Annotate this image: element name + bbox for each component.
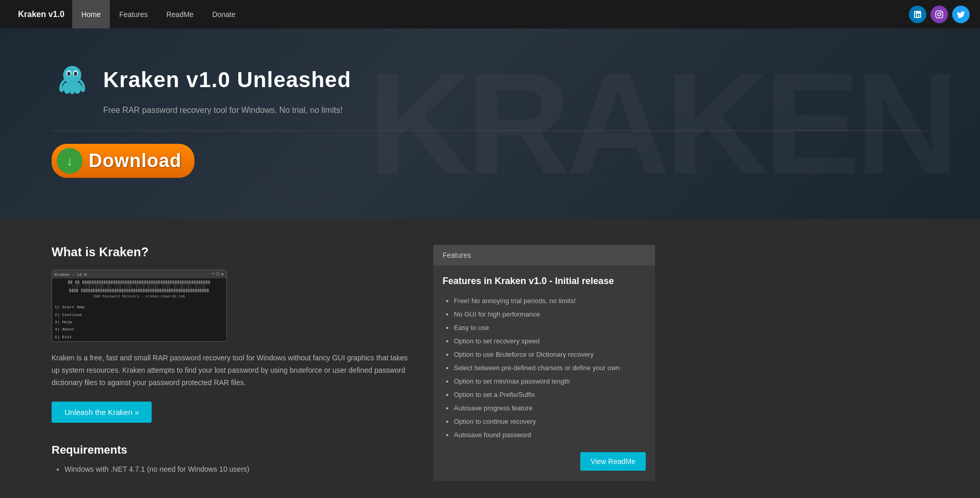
nav-features[interactable]: Features [110, 0, 157, 28]
requirements-title: Requirements [52, 443, 413, 457]
list-item: Option to set a Prefix/Suffix [454, 388, 646, 402]
instagram-icon[interactable] [930, 6, 948, 23]
screenshot-menu: 1) Start New 2) Continue 3) Help 4) Abou… [55, 304, 224, 342]
screenshot-titlebar: Kraken - v1.0 ─ □ ✕ [52, 270, 226, 278]
app-screenshot: Kraken - v1.0 ─ □ ✕ ▓▓ ▓▓ ▓▓▓▓▓▓▓▓▓▓▓▓▓▓… [52, 270, 227, 342]
social-icons [909, 6, 970, 23]
list-item: Option to set min/max password length [454, 375, 646, 388]
navbar: Kraken v1.0 Home Features ReadMe Donate [0, 0, 980, 28]
hero-watermark: KRAKEN [367, 41, 954, 207]
features-box-header: Features [433, 245, 655, 265]
features-box: Features Features in Kraken v1.0 - Initi… [433, 245, 655, 481]
list-item: Autosave progress feature [454, 402, 646, 415]
list-item: Autosave found password [454, 428, 646, 442]
svg-point-3 [67, 72, 70, 76]
hero-title: Kraken v1.0 Unleashed [103, 68, 351, 92]
unleash-button[interactable]: Unleash the Kraken » [52, 402, 152, 423]
features-title: Features in Kraken v1.0 - Initial releas… [443, 276, 646, 287]
requirements-list: Windows with .NET 4.7.1 (no need for Win… [52, 463, 413, 476]
list-item: Easy to use [454, 321, 646, 335]
nav-home[interactable]: Home [72, 0, 110, 28]
svg-point-4 [74, 72, 77, 76]
features-box-body: Features in Kraken v1.0 - Initial releas… [433, 265, 655, 481]
twitter-icon[interactable] [952, 6, 970, 23]
screenshot-content: ▓▓ ▓▓ ▓▓▓▓▓▓▓▓▓▓▓▓▓▓▓▓▓▓▓▓▓▓▓▓▓▓▓▓▓▓▓▓▓▓… [55, 280, 224, 342]
navbar-links: Home Features ReadMe Donate [72, 0, 245, 28]
list-item: Option to use Bruteforce or Dictionary r… [454, 348, 646, 361]
linkedin-icon[interactable] [909, 6, 926, 23]
main-content: What is Kraken? Kraken - v1.0 ─ □ ✕ ▓▓ ▓… [0, 219, 980, 498]
nav-readme[interactable]: ReadMe [157, 0, 203, 28]
view-readme-button[interactable]: View ReadMe [580, 452, 646, 471]
list-item: Select between pre-defined charsets or d… [454, 361, 646, 375]
what-is-title: What is Kraken? [52, 245, 413, 259]
download-icon: ↓ [57, 148, 83, 174]
screenshot-subtitle: RAR Password Recovery - kraken.newerdb.c… [55, 294, 224, 300]
list-item: Option to continue recovery [454, 415, 646, 428]
svg-point-0 [63, 66, 81, 84]
list-item: No GUI for high performance [454, 308, 646, 321]
hero-section: KRAKEN Kraken v1.0 Unleashed Free RAR pa… [0, 28, 980, 219]
navbar-brand: Kraken v1.0 [10, 10, 72, 19]
download-button[interactable]: ↓ Download [52, 144, 194, 178]
download-label: Download [89, 150, 182, 172]
left-column: What is Kraken? Kraken - v1.0 ─ □ ✕ ▓▓ ▓… [52, 245, 413, 481]
description: Kraken is a free, fast and small RAR pas… [52, 352, 413, 389]
kraken-logo-icon [52, 59, 93, 101]
list-item: Option to set recovery speed [454, 335, 646, 348]
right-column: Features Features in Kraken v1.0 - Initi… [433, 245, 655, 481]
list-item: Free! No annoying trial periods, no limi… [454, 294, 646, 308]
nav-donate[interactable]: Donate [203, 0, 244, 28]
features-list: Free! No annoying trial periods, no limi… [443, 294, 646, 442]
req-item: Windows with .NET 4.7.1 (no need for Win… [64, 463, 413, 476]
